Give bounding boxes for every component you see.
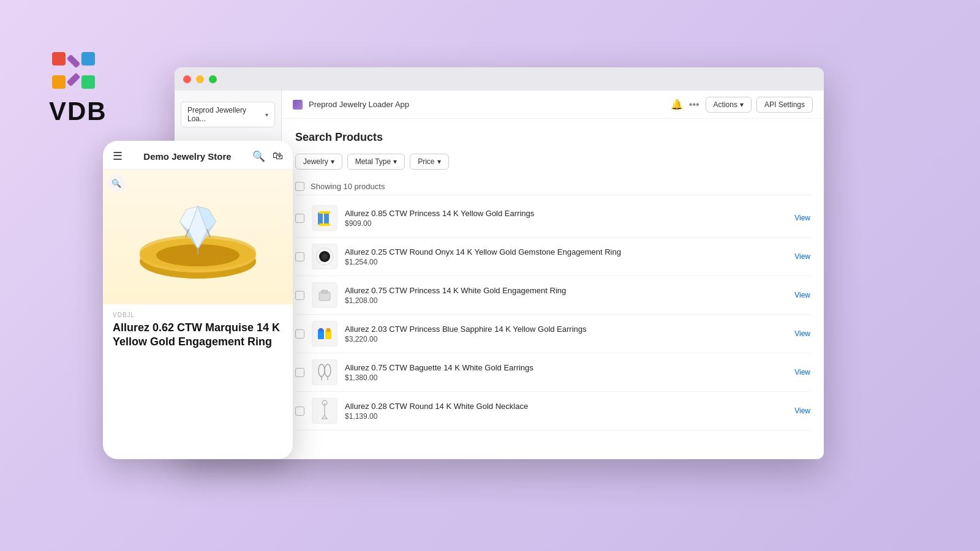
phone-product-title: Allurez 0.62 CTW Marquise 14 K Yellow Go… [113,321,283,350]
product-info-0: Allurez 0.85 CTW Princess 14 K Yellow Go… [345,209,787,228]
svg-rect-9 [319,223,330,226]
filter-price[interactable]: Price ▾ [410,154,448,170]
chevron-down-icon: ▾ [265,111,268,118]
table-row: Allurez 2.03 CTW Princess Blue Sapphire … [295,315,810,353]
filter-row: Jewelry ▾ Metal Type ▾ Price ▾ [295,154,810,170]
actions-button[interactable]: Actions ▾ [706,97,752,113]
product-checkbox-0[interactable] [295,214,304,223]
product-thumbnail-1 [312,244,337,269]
product-checkbox-4[interactable] [295,368,304,377]
product-info-2: Allurez 0.75 CTW Princess 14 K White Gol… [345,286,787,305]
search-products-title: Search Products [295,131,810,144]
filter-jewelry-label: Jewelry [303,157,328,166]
filter-jewelry-chevron: ▾ [331,157,334,166]
product-view-3[interactable]: View [794,329,810,338]
showing-row: Showing 10 products [295,178,810,195]
header-actions: Actions ▾ API Settings [706,97,813,113]
phone-product-label: VDBJL Allurez 0.62 CTW Marquise 14 K Yel… [103,304,293,350]
header-icons: 🔔 ••• [671,99,699,110]
svg-rect-7 [324,212,329,225]
phone-menu-icon[interactable]: ☰ [113,149,123,163]
vdb-logo-text: VDB [49,97,107,126]
api-settings-button[interactable]: API Settings [756,97,813,113]
app-tab-title: Preprod Jewelry Loader App [309,100,665,109]
svg-rect-8 [319,211,330,214]
svg-rect-18 [326,328,330,332]
table-row: Allurez 0.75 CTW Baguette 14 K White Gol… [295,353,810,392]
filter-metal-chevron: ▾ [393,157,397,166]
phone-cart-icon[interactable]: 🛍 [273,150,283,163]
svg-rect-4 [67,54,81,69]
filter-price-chevron: ▾ [437,157,441,166]
traffic-light-green[interactable] [209,75,217,83]
phone-store-name: Demo Jewelry Store [143,151,231,162]
notification-icon[interactable]: 🔔 [671,99,683,110]
product-view-1[interactable]: View [794,252,810,261]
actions-button-label: Actions [714,100,737,109]
table-row: Allurez 0.75 CTW Princess 14 K White Gol… [295,276,810,315]
product-thumbnail-0 [312,205,337,231]
product-name-1: Allurez 0.25 CTW Round Onyx 14 K Yellow … [345,247,787,257]
store-selector[interactable]: Preprod Jewellery Loa... ▾ [181,102,275,127]
product-price-1: $1,254.00 [345,258,787,266]
main-header: Preprod Jewelry Loader App 🔔 ••• Actions… [282,91,824,119]
product-name-4: Allurez 0.75 CTW Baguette 14 K White Gol… [345,363,787,372]
main-body: Search Products Jewelry ▾ Metal Type ▾ P… [282,119,824,459]
svg-rect-2 [52,75,66,89]
product-thumbnail-4 [312,359,337,385]
browser-titlebar [175,67,824,91]
traffic-light-yellow[interactable] [196,75,204,83]
phone-zoom-icon[interactable]: 🔍 [108,174,125,192]
product-view-2[interactable]: View [794,291,810,299]
product-price-3: $3,220.00 [345,335,787,343]
select-all-checkbox[interactable] [295,182,304,191]
actions-chevron-icon: ▾ [740,100,744,109]
product-view-4[interactable]: View [794,368,810,377]
product-checkbox-1[interactable] [295,252,304,261]
product-info-1: Allurez 0.25 CTW Round Onyx 14 K Yellow … [345,247,787,266]
svg-marker-24 [322,415,327,419]
svg-rect-17 [319,328,323,332]
phone-product-sku: VDBJL [113,312,283,318]
phone-overlay: ☰ Demo Jewelry Store 🔍 🛍 🔍 [103,141,293,459]
product-info-3: Allurez 2.03 CTW Princess Blue Sapphire … [345,324,787,343]
product-checkbox-5[interactable] [295,407,304,416]
product-price-0: $909.00 [345,219,787,228]
product-info-4: Allurez 0.75 CTW Baguette 14 K White Gol… [345,363,787,382]
product-name-2: Allurez 0.75 CTW Princess 14 K White Gol… [345,286,787,295]
product-name-3: Allurez 2.03 CTW Princess Blue Sapphire … [345,324,787,334]
phone-product-image: 🔍 [103,170,293,304]
more-options-icon[interactable]: ••• [689,99,699,110]
product-checkbox-2[interactable] [295,291,304,300]
product-view-0[interactable]: View [794,214,810,222]
svg-rect-0 [52,52,66,66]
svg-point-20 [325,364,331,377]
app-tab-icon [293,100,303,110]
product-checkbox-3[interactable] [295,329,304,339]
product-info-5: Allurez 0.28 CTW Round 14 K White Gold N… [345,402,787,421]
product-price-2: $1,208.00 [345,296,787,305]
showing-count: Showing 10 products [311,182,385,191]
svg-rect-14 [322,290,328,293]
product-thumbnail-2 [312,282,337,308]
filter-jewelry[interactable]: Jewelry ▾ [295,154,342,170]
api-settings-button-label: API Settings [764,100,805,109]
filter-metal-type-label: Metal Type [355,157,391,166]
product-view-5[interactable]: View [794,407,810,415]
svg-point-19 [318,364,325,377]
phone-header: ☰ Demo Jewelry Store 🔍 🛍 [103,141,293,170]
product-name-5: Allurez 0.28 CTW Round 14 K White Gold N… [345,402,787,411]
svg-rect-3 [81,75,95,89]
svg-point-12 [322,253,328,260]
product-list: Allurez 0.85 CTW Princess 14 K Yellow Go… [295,199,810,430]
table-row: Allurez 0.85 CTW Princess 14 K Yellow Go… [295,199,810,238]
svg-rect-6 [318,212,323,225]
filter-metal-type[interactable]: Metal Type ▾ [347,154,405,170]
product-name-0: Allurez 0.85 CTW Princess 14 K Yellow Go… [345,209,787,218]
product-price-5: $1,139.00 [345,412,787,421]
store-selector-label: Preprod Jewellery Loa... [187,106,265,123]
phone-search-icon[interactable]: 🔍 [252,150,265,163]
product-thumbnail-3 [312,321,337,347]
svg-rect-1 [81,52,95,66]
traffic-light-red[interactable] [183,75,191,83]
